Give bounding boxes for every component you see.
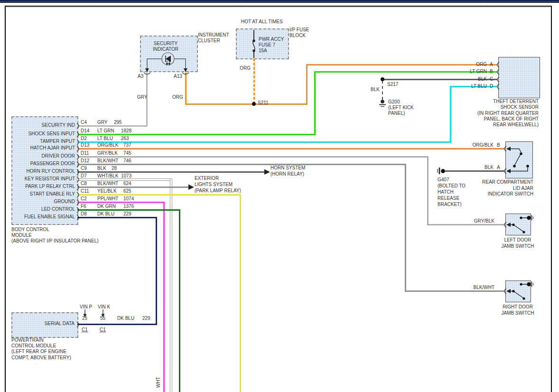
wiring-diagram: HOT AT ALL TIMES I/P FUSE BLOCK PWR ACCY… — [0, 0, 559, 392]
horn-system-label-2: (HORN RELAY) — [270, 171, 304, 177]
bcm-signal: START ENABLE RLY — [13, 191, 75, 196]
bcm-color: DK GRN — [97, 204, 116, 209]
bcm-circuit: 737 — [123, 142, 131, 148]
s217-splice-label: S217 — [387, 82, 398, 87]
g407-label-1: G407 — [438, 177, 449, 182]
pcm-label-4: COMPT, ABOVE BATTERY) — [11, 355, 71, 360]
wire-org-h1 — [185, 103, 307, 105]
sensor-pin-letter: C — [490, 76, 493, 82]
bcm-pin: D12 — [81, 158, 89, 163]
bcm-signal: PASSENGER DOOR — [13, 161, 75, 166]
wire-ltblu-h1 — [77, 141, 451, 143]
instrument-cluster-label-1: INSTRUMENT — [198, 32, 229, 37]
sensor-label-5: REAR WHEELWELL) — [467, 122, 539, 127]
wire-gry-295-h — [77, 125, 147, 127]
wire-blkwht-746-h2 — [405, 290, 504, 292]
bcm-pin: C11 — [81, 188, 89, 194]
left-jamb-wire: GRY/BLK — [464, 218, 494, 224]
lid-pin-b-color: ORG/BLK — [463, 142, 494, 148]
bcm-color: BLK/WHT — [97, 158, 118, 163]
hot-at-all-times-label: HOT AT ALL TIMES — [236, 19, 288, 24]
pcm-pin-55: 55 — [100, 316, 105, 321]
bcm-circuit: 1376 — [123, 204, 134, 209]
bcm-signal: GROUND — [13, 199, 75, 204]
sensor-label-1: THEFT DETERRENT — [467, 99, 539, 104]
bcm-circuit: 745 — [123, 150, 131, 156]
fuse-rating: 15A — [259, 48, 267, 53]
wire-ltgrn-v — [314, 71, 316, 135]
lid-pin-a-color: BLK — [463, 165, 494, 170]
wire-org-v2 — [306, 64, 307, 105]
pin-a3-label: A3 — [138, 74, 143, 79]
wire-blk-horn — [77, 171, 264, 173]
bcm-pin: D8 — [81, 211, 87, 216]
wire-whtblk-h — [77, 179, 172, 180]
left-jamb-label-2: JAMB SWITCH — [492, 243, 544, 249]
wire-blkwht-746-v — [405, 164, 406, 292]
bcm-pin: C2 — [81, 196, 87, 201]
bcm-signal: SHOCK SENS INPUT — [13, 131, 75, 136]
lid-label-3: INDICATOR SWITCH — [462, 191, 533, 196]
wire-gryblk-h1 — [77, 156, 429, 158]
sensor-label-2: SHOCK SENSOR — [467, 104, 539, 110]
ext-lights-label-1: EXTERIOR — [195, 176, 219, 181]
bcm-circuit: 1828 — [121, 128, 131, 133]
lid-ajar-switch-box — [505, 141, 533, 178]
diagram-border-inner — [6, 7, 549, 8]
right-jamb-label-1: RIGHT DOOR — [492, 304, 544, 309]
sensor-pin-color: LT BLU — [456, 84, 487, 89]
bcm-circuit: 746 — [123, 158, 131, 163]
bcm-signal: KEY RESISTOR INPUT — [13, 176, 75, 181]
wire-org-fuse-dashed — [253, 58, 255, 104]
bcm-label-2: MODULE — [11, 233, 32, 238]
sensor-pin-letter: A — [490, 62, 493, 67]
bcm-color: GRY — [97, 120, 108, 125]
right-jamb-wire: BLK/WHT — [464, 285, 494, 290]
pcm-label-2: CONTROL MODULE — [11, 343, 56, 348]
left-jamb-label-1: LEFT DOOR — [492, 237, 544, 243]
ext-lights-label-2: LIGHTS SYSTEM — [195, 182, 233, 187]
bcm-pin: C9 — [81, 166, 87, 171]
fuse-name-2: FUSE 7 — [259, 42, 275, 47]
bcm-label-1: BODY CONTROL — [11, 227, 49, 232]
bcm-label-3: (ABOVE RIGHT I/P INSULATOR PANEL) — [11, 238, 99, 243]
sensor-label-4: PANEL, BACK OF RIGHT — [467, 116, 539, 121]
wire-whtblk-v — [170, 179, 172, 392]
g407-label-2: (BOLTED TO — [438, 183, 466, 188]
bottom-vertical-wire-label: WHT — [156, 377, 161, 388]
bcm-color: LT BLU — [97, 136, 113, 141]
sensor-pin-letter: D — [490, 84, 493, 89]
wire-blk-g200-dashed — [382, 81, 383, 100]
bcm-circuit: 624 — [123, 181, 131, 186]
bcm-color: BLK — [97, 166, 106, 171]
bcm-pin: D2 — [81, 136, 87, 141]
bcm-circuit: 295 — [114, 120, 122, 125]
fuse-block-label-2: BLOCK — [289, 33, 306, 38]
bcm-pin: D7 — [81, 173, 87, 178]
bcm-circuit: 625 — [123, 188, 131, 194]
bcm-signal: TAMPER INPUT — [13, 139, 75, 144]
bcm-color: YEL/BLK — [97, 188, 117, 194]
org-wire-label: ORG — [237, 65, 251, 71]
org-a13-wire-label: ORG — [172, 94, 183, 100]
wire-blkwht-624 — [77, 187, 188, 188]
pcm-label-1: POWERTRAIN — [11, 337, 44, 343]
bcm-color: PPL/WHT — [97, 196, 118, 201]
pcm-wire-color: DK BLU — [117, 316, 134, 321]
bcm-color: DK BLU — [97, 211, 114, 216]
pcm-vin-k: VIN K — [98, 304, 110, 309]
bcm-pin: F6 — [81, 204, 86, 209]
g407-label-3: HATCH — [438, 189, 454, 195]
wire-gryblk-h2 — [427, 224, 504, 225]
sensor-pin-color: LT GRN — [456, 69, 487, 74]
pcm-pin-25: 25 — [82, 316, 87, 321]
bcm-color: BLK/WHT — [97, 181, 118, 186]
bcm-circuit: 28 — [112, 166, 117, 171]
s217-wire-label: BLK — [368, 87, 380, 92]
bcm-signal: DRIVER DOOR — [13, 153, 75, 159]
bcm-pin: D11 — [81, 150, 89, 156]
sensor-label-3: (IN RIGHT REAR QUARTER — [467, 111, 539, 116]
lid-pin-a: A — [497, 165, 500, 170]
pcm-circuit: 229 — [142, 316, 150, 321]
wire-ltblu-v — [450, 86, 451, 143]
